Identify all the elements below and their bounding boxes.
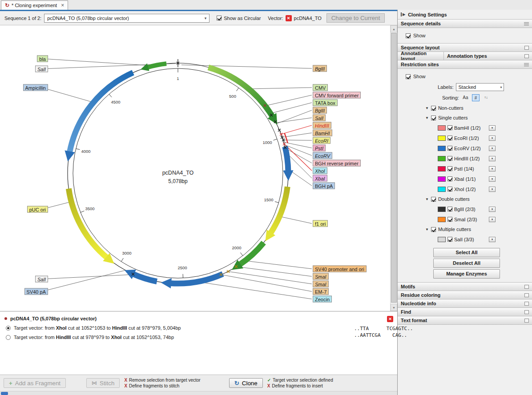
show-as-circular-toggle[interactable]: Show as Circular [217,16,261,21]
enzyme-color-swatch[interactable] [438,176,446,182]
target-vector-option-2[interactable]: Target vector: from HindIII cut at 978^9… [6,335,393,340]
enzyme-checkbox[interactable] [447,207,452,211]
group-double-cutters[interactable]: ▼ Double cutters [398,194,532,204]
expand-arrow-icon[interactable]: ▼ [425,116,429,120]
map-label-smai-1[interactable]: SmaI [313,273,329,280]
section-motifs[interactable]: Motifs [398,282,532,291]
fragment-remove-icon[interactable]: ✕ [387,316,393,322]
enzyme-color-swatch[interactable] [438,187,446,192]
enzyme-checkbox[interactable] [447,146,452,151]
section-collapsed-icon[interactable] [524,46,529,50]
scroll-down-icon[interactable]: ▼ [391,304,397,311]
map-label-em7[interactable]: EM-7 [313,288,329,295]
map-label-bgh-reverse-primer[interactable]: BGH reverse primer [313,160,361,167]
map-label-bglii-1[interactable]: BglII [313,65,327,72]
enzyme-color-swatch[interactable] [438,146,446,151]
sort-by-count-icon[interactable]: # [472,94,480,101]
enzyme-dropdown-icon[interactable]: ▾ [489,207,496,212]
section-collapsed-icon[interactable] [524,310,529,314]
group-checkbox[interactable] [431,116,436,120]
stitch-button[interactable]: ⋈ Stitch [86,378,120,388]
map-label-xbai[interactable]: XbaI [313,175,327,182]
tab-cloning-experiment[interactable]: ↻ * Cloning experiment × [1,0,68,10]
section-residue-coloring[interactable]: Residue coloring [398,291,532,299]
map-label-bla[interactable]: bla [37,56,48,62]
enzyme-dropdown-icon[interactable]: ▾ [489,146,496,151]
map-label-bamhi[interactable]: BamHI [313,130,332,136]
expand-arrow-icon[interactable]: ▼ [425,227,429,231]
select-all-button[interactable]: Select All [433,248,500,257]
panel-toggle-icon[interactable]: ▶ [401,12,405,16]
manage-enzymes-button[interactable]: Manage Enzymes [433,269,500,279]
section-expanded-icon[interactable] [524,63,529,64]
change-to-current-button[interactable]: Change to Current [326,13,385,23]
sidebar-header[interactable]: ▶ Cloning Settings [398,10,532,20]
enzyme-checkbox[interactable] [447,136,452,140]
scroll-up-icon[interactable]: ▲ [391,25,397,32]
map-label-ecori[interactable]: EcoRI [313,137,330,144]
enzyme-dropdown-icon[interactable]: ▾ [489,136,496,141]
tab-close-icon[interactable]: × [61,2,64,8]
enzyme-checkbox[interactable] [447,187,452,192]
map-label-tata-box[interactable]: TATA box [313,100,338,106]
show-as-circular-checkbox[interactable] [217,16,222,20]
map-label-cmv-forward-primer[interactable]: CMV forward primer [313,92,361,99]
section-text-format[interactable]: Text format [398,316,532,325]
enzyme-color-swatch[interactable] [438,207,446,212]
enzyme-checkbox[interactable] [447,217,452,222]
map-label-f1-ori[interactable]: f1 ori [313,220,328,227]
labels-select[interactable]: Stacked ▾ [456,83,504,91]
sort-alphabetical-icon[interactable]: Aa [462,94,469,101]
sequence-select[interactable]: pcDNA4_TO (5,078bp circular vector) ▾ [44,14,210,23]
enzyme-dropdown-icon[interactable]: ▾ [489,187,496,192]
section-collapsed-icon[interactable] [524,285,529,289]
enzyme-dropdown-icon[interactable]: ▾ [489,237,496,242]
map-label-sv40-promoter[interactable]: SV40 promoter and ori [313,266,367,272]
map-label-smai-2[interactable]: SmaI [313,281,329,287]
expand-arrow-icon[interactable]: ▼ [425,197,429,201]
radio-option-1[interactable] [6,326,11,331]
group-checkbox[interactable] [431,197,436,202]
sequence-details-show-toggle[interactable]: Show [398,30,532,41]
enzyme-checkbox[interactable] [447,237,452,242]
map-label-cmv[interactable]: CMV [313,84,328,91]
group-multiple-cutters[interactable]: ▼ Multiple cutters [398,224,532,234]
map-label-bglii-2[interactable]: BglII [313,107,327,114]
enzyme-checkbox[interactable] [447,166,452,171]
enzyme-checkbox[interactable] [447,156,452,161]
enzyme-dropdown-icon[interactable]: ▾ [489,176,496,182]
section-collapsed-icon[interactable] [524,293,529,297]
enzyme-color-swatch[interactable] [438,237,446,242]
restriction-show-toggle[interactable]: Show [398,71,532,82]
add-as-fragment-button[interactable]: + Add as Fragment [4,378,66,388]
section-annotation-layout[interactable]: Annotation layout [398,52,444,60]
section-restriction-sites[interactable]: Restriction sites [398,60,532,69]
target-vector-option-1[interactable]: Target vector: from XhoI cut at 1052^105… [6,325,393,331]
group-non-cutters[interactable]: ▼ Non-cutters [398,103,532,113]
section-collapsed-icon[interactable] [524,319,529,323]
map-label-hindiii[interactable]: HindIII [313,122,331,129]
section-find[interactable]: Find [398,307,532,316]
section-collapsed-icon[interactable] [524,54,529,58]
sort-by-frequency-icon[interactable]: ↑↓ [482,94,490,101]
map-label-sali-2[interactable]: SalI [35,276,48,283]
map-label-puc-ori[interactable]: pUC ori [27,206,48,213]
group-single-cutters[interactable]: ▼ Single cutters [398,113,532,123]
section-collapsed-icon[interactable] [524,302,529,306]
clone-button[interactable]: ↻ Clone [229,378,263,388]
plasmid-view[interactable]: 1 500 1000 1500 2000 2500 3000 3500 4000… [0,25,397,311]
section-sequence-details[interactable]: Sequence details [398,19,532,28]
enzyme-dropdown-icon[interactable]: ▾ [489,156,496,161]
enzyme-color-swatch[interactable] [438,166,446,172]
map-label-sv40-pa[interactable]: SV40 pA [24,288,48,295]
enzyme-checkbox[interactable] [447,125,452,130]
enzyme-color-swatch[interactable] [438,217,446,222]
map-label-sali-3[interactable]: SalI [313,115,326,121]
vertical-scrollbar[interactable]: ▲ ▼ [390,25,397,311]
map-label-xhoi[interactable]: XhoI [313,168,327,174]
section-expanded-icon[interactable] [524,22,529,23]
enzyme-checkbox[interactable] [447,176,452,181]
expand-arrow-icon[interactable]: ▼ [425,106,429,110]
scrollbar-thumb[interactable] [391,33,397,303]
show-checkbox[interactable] [406,74,411,79]
